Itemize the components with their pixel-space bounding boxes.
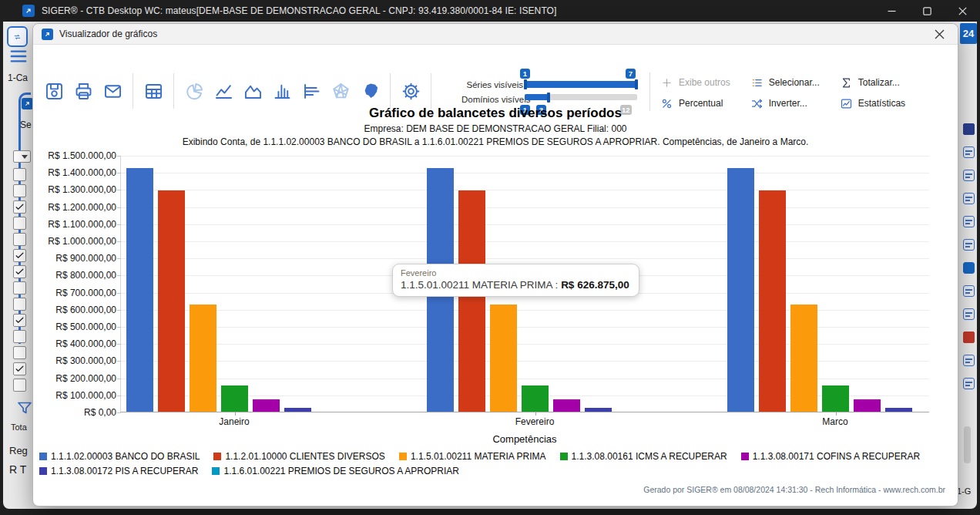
swap-icon[interactable] <box>7 26 28 47</box>
bg-checkbox[interactable] <box>13 249 26 262</box>
y-tick <box>117 190 121 190</box>
exibe-outros-button[interactable]: Exibe outros <box>660 76 730 89</box>
scrollbar-thumb[interactable] <box>964 426 971 463</box>
y-tick <box>117 173 121 173</box>
tool-icon[interactable] <box>963 308 975 320</box>
y-tick <box>117 344 121 345</box>
bg-dropdown[interactable] <box>13 150 31 163</box>
series-slider-left-handle[interactable] <box>524 79 527 89</box>
legend-swatch <box>741 453 749 460</box>
legend-swatch <box>39 467 47 475</box>
tool-icon[interactable] <box>963 355 975 366</box>
y-tick-label: R$ 800.000,00 <box>33 270 116 281</box>
menu-icon[interactable] <box>10 49 27 63</box>
chart-subtitle-range: Exibindo Conta, de 1.1.1.02.00003 BANCO … <box>33 136 958 147</box>
legend-item[interactable]: 1.1.2.01.10000 CLIENTES DIVERSOS <box>213 451 384 462</box>
close-button[interactable] <box>945 0 980 22</box>
series-slider[interactable] <box>525 81 637 88</box>
bar[interactable] <box>822 385 849 412</box>
y-tick <box>117 275 121 276</box>
bg-checkbox[interactable] <box>13 281 26 295</box>
brand-icon[interactable] <box>963 332 975 343</box>
bar[interactable] <box>885 408 912 412</box>
maximize-button[interactable] <box>909 0 945 22</box>
bar[interactable] <box>585 408 612 412</box>
tool-icon[interactable] <box>963 285 975 297</box>
y-tick <box>117 224 121 225</box>
y-tick-label: R$ 300.000,00 <box>33 355 116 366</box>
pin-icon[interactable] <box>963 123 975 135</box>
legend-item[interactable]: 1.1.3.08.00171 COFINS A RECUPERAR <box>741 451 920 462</box>
chart-title: Gráfico de balancetes diversos períodos <box>33 106 958 121</box>
bg-panel-label: Se <box>20 119 32 130</box>
legend-swatch <box>39 453 47 460</box>
bg-checkbox[interactable] <box>13 184 26 197</box>
bar[interactable] <box>522 385 549 412</box>
dialog-toolbar: Séries visíveis 1 7 Domínios visíveis 1 … <box>33 45 958 99</box>
bar[interactable] <box>490 305 517 412</box>
bg-checkbox[interactable] <box>13 379 26 392</box>
y-tick <box>117 361 121 362</box>
dialog-close-icon[interactable] <box>927 25 951 43</box>
tool-icon[interactable] <box>963 193 975 204</box>
bar[interactable] <box>190 305 216 412</box>
bg-checkbox[interactable] <box>13 330 26 343</box>
bar[interactable] <box>727 168 754 412</box>
tool-icon[interactable] <box>963 378 975 389</box>
bg-checkbox[interactable] <box>13 314 26 327</box>
bg-checkbox[interactable] <box>13 298 26 311</box>
bar[interactable] <box>458 190 485 412</box>
legend-item[interactable]: 1.1.5.01.00211 MATERIA PRIMA <box>399 451 546 462</box>
bar[interactable] <box>553 399 580 412</box>
selecionar-button[interactable]: Selecionar... <box>750 76 820 89</box>
bg-checkbox[interactable] <box>13 168 26 181</box>
legend-item[interactable]: 1.1.1.02.00003 BANCO DO BRASIL <box>39 451 200 462</box>
bg-bottom-label: 1-G <box>957 486 971 496</box>
minimize-button[interactable] <box>874 0 909 22</box>
bg-checkbox[interactable] <box>13 362 26 375</box>
y-tick <box>117 241 121 242</box>
application-window: SIGER® - CTB Desktop WC: mateus[DEM-BASE… <box>0 0 980 515</box>
filter-icon[interactable] <box>15 399 34 417</box>
tool-icon[interactable] <box>963 146 975 158</box>
y-tick <box>117 412 121 413</box>
bar[interactable] <box>790 305 817 412</box>
selected-tool-icon[interactable] <box>963 262 975 274</box>
bg-tab-label[interactable]: 1-Ca <box>8 72 28 83</box>
bar[interactable] <box>221 385 248 412</box>
tooltip-value-line: 1.1.5.01.00211 MATERIA PRIMA : R$ 626.87… <box>401 279 629 291</box>
bg-checkbox[interactable] <box>13 200 26 214</box>
chevron-down-icon <box>22 155 28 159</box>
x-tick-label: Marco <box>822 416 847 427</box>
legend-item[interactable]: 1.1.3.08.00161 ICMS A RECUPERAR <box>560 451 727 462</box>
calendar-badge[interactable]: 24 <box>960 23 977 44</box>
y-tick <box>117 396 121 396</box>
bar[interactable] <box>854 399 881 412</box>
sigma-icon <box>840 76 853 89</box>
bar[interactable] <box>253 399 280 412</box>
bg-checkbox[interactable] <box>13 217 26 230</box>
tool-icon[interactable] <box>963 216 975 227</box>
bg-checkbox[interactable] <box>13 346 26 359</box>
bar[interactable] <box>126 168 153 412</box>
tool-icon[interactable] <box>963 239 975 251</box>
bg-checkbox[interactable] <box>13 265 26 278</box>
bar[interactable] <box>284 408 311 412</box>
legend-swatch <box>213 453 221 460</box>
y-tick-label: R$ 700.000,00 <box>33 288 116 298</box>
series-slider-right-handle[interactable] <box>635 79 638 89</box>
legend-item[interactable]: 1.1.6.01.00221 PREMIOS DE SEGUROS A APRO… <box>212 466 458 476</box>
bar[interactable] <box>759 190 786 412</box>
bg-checkbox[interactable] <box>13 233 26 246</box>
y-tick <box>117 327 121 328</box>
totalizar-button[interactable]: Totalizar... <box>840 76 905 89</box>
doc-icon[interactable] <box>963 170 975 181</box>
dialog-icon <box>42 29 53 40</box>
y-tick-label: R$ 400.000,00 <box>33 338 116 349</box>
legend-item[interactable]: 1.1.3.08.00172 PIS A RECUPERAR <box>39 466 198 476</box>
bar[interactable] <box>158 190 185 412</box>
x-tick <box>535 412 536 416</box>
bg-total-label: Tota <box>11 422 27 432</box>
y-axis-labels: R$ 1.500.000,00R$ 1.400.000,00R$ 1.300.0… <box>33 156 116 412</box>
legend-swatch <box>560 453 568 460</box>
